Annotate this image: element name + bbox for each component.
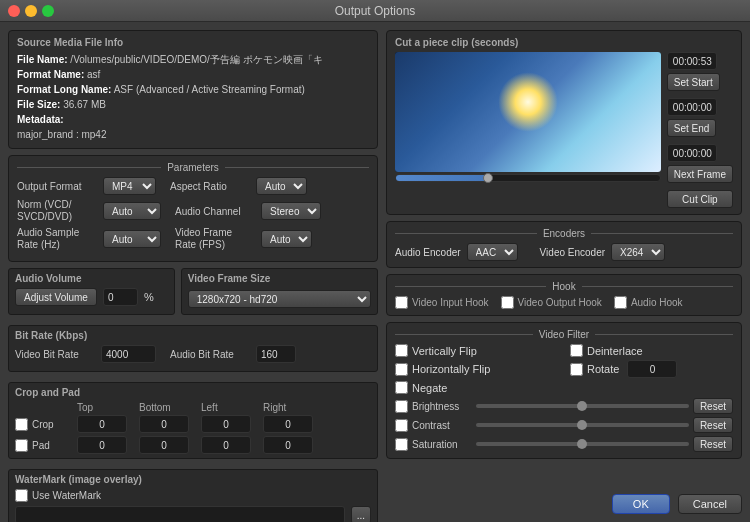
pad-right[interactable] — [263, 436, 313, 454]
saturation-reset-btn[interactable]: Reset — [693, 436, 733, 452]
video-column — [395, 52, 661, 208]
negate-checkbox[interactable] — [395, 381, 408, 394]
audio-encoder-label: Audio Encoder — [395, 247, 461, 258]
titlebar: Output Options — [0, 0, 750, 22]
metadata-value: major_brand : mp42 — [17, 129, 107, 140]
audio-volume-controls: Adjust Volume % — [15, 288, 168, 306]
adjust-volume-btn[interactable]: Adjust Volume — [15, 288, 97, 306]
progress-thumb — [483, 173, 493, 183]
brightness-reset-btn[interactable]: Reset — [693, 398, 733, 414]
crop-top[interactable] — [77, 415, 127, 433]
crop-pad-section: Crop and Pad Top Bottom Left Right Crop — [8, 382, 378, 459]
time-current-input[interactable]: 00:00:00 — [667, 144, 717, 162]
saturation-checkbox[interactable] — [395, 438, 408, 451]
horizontally-flip-checkbox[interactable] — [395, 363, 408, 376]
contrast-row: Contrast Reset — [395, 417, 733, 433]
crop-header-right: Right — [263, 402, 323, 413]
contrast-slider[interactable] — [476, 423, 689, 427]
set-end-row: Set End — [667, 119, 733, 137]
contrast-checkbox[interactable] — [395, 419, 408, 432]
pad-bottom[interactable] — [139, 436, 189, 454]
pad-checkbox-row: Pad — [15, 439, 75, 452]
pad-checkbox[interactable] — [15, 439, 28, 452]
norm-select[interactable]: AutoPALNTSC — [103, 202, 161, 220]
set-end-btn[interactable]: Set End — [667, 119, 717, 137]
video-encoder-label: Video Encoder — [540, 247, 605, 258]
bitrate-title: Bit Rate (Kbps) — [15, 330, 371, 341]
source-section: Source Media File Info File Name: /Volum… — [8, 30, 378, 149]
vertically-flip-checkbox[interactable] — [395, 344, 408, 357]
pad-left[interactable] — [201, 436, 251, 454]
video-bitrate-input[interactable]: 4000 — [101, 345, 156, 363]
negate-label: Negate — [412, 382, 447, 394]
time-current-row: 00:00:00 — [667, 144, 733, 162]
watermark-section: WaterMark (image overlay) Use WaterMark … — [8, 469, 378, 522]
audio-channel-select[interactable]: StereoMono5.1 — [261, 202, 321, 220]
cancel-button[interactable]: Cancel — [678, 494, 742, 514]
cut-clip-btn[interactable]: Cut Clip — [667, 190, 733, 208]
saturation-slider[interactable] — [476, 442, 689, 446]
time-start-input[interactable]: 00:00:53 — [667, 52, 717, 70]
crop-grid-header: Top Bottom Left Right — [15, 402, 371, 413]
brightness-label: Brightness — [412, 401, 472, 412]
volume-size-row: Audio Volume Adjust Volume % Video Frame… — [8, 268, 378, 319]
watermark-title: WaterMark (image overlay) — [15, 474, 371, 485]
brightness-row: Brightness Reset — [395, 398, 733, 414]
audio-hook-checkbox[interactable] — [614, 296, 627, 309]
aspect-ratio-label: Aspect Ratio — [170, 181, 250, 192]
crop-bottom[interactable] — [139, 415, 189, 433]
audio-volume-input[interactable] — [103, 288, 138, 306]
ok-button[interactable]: OK — [612, 494, 670, 514]
preview-title: Cut a piece clip (seconds) — [395, 37, 733, 48]
aspect-ratio-select[interactable]: Auto4:316:9 — [256, 177, 307, 195]
video-input-hook-label: Video Input Hook — [412, 297, 489, 308]
deinterlace-label: Deinterlace — [587, 345, 643, 357]
sun-glow — [498, 72, 558, 132]
audio-channel-label: Audio Channel — [175, 206, 255, 217]
browse-btn[interactable]: ... — [351, 506, 371, 522]
file-name-label: File Name: — [17, 54, 68, 65]
use-watermark-label: Use WaterMark — [32, 490, 101, 501]
video-output-hook-checkbox[interactable] — [501, 296, 514, 309]
pad-top[interactable] — [77, 436, 127, 454]
audio-volume-section: Audio Volume Adjust Volume % — [8, 268, 175, 315]
next-frame-btn[interactable]: Next Frame — [667, 165, 733, 183]
time-controls: 00:00:53 Set Start 00:00:00 Set End 00:0… — [667, 52, 733, 208]
brightness-checkbox[interactable] — [395, 400, 408, 413]
crop-checkbox[interactable] — [15, 418, 28, 431]
pad-label: Pad — [32, 440, 50, 451]
rotate-checkbox[interactable] — [570, 363, 583, 376]
source-info: File Name: /Volumes/public/VIDEO/DEMO/予告… — [17, 52, 369, 142]
watermark-path-input[interactable] — [15, 506, 345, 522]
progress-bar[interactable] — [395, 174, 661, 182]
bitrate-section: Bit Rate (Kbps) Video Bit Rate 4000 Audi… — [8, 325, 378, 372]
crop-left[interactable] — [201, 415, 251, 433]
deinterlace-checkbox[interactable] — [570, 344, 583, 357]
output-format-select[interactable]: MP4AVIMKVMOV — [103, 177, 156, 195]
crop-checkbox-row: Crop — [15, 418, 75, 431]
video-frame-size-select[interactable]: 1280x720 - hd7201920x1080 - hd1080 — [188, 290, 371, 308]
rotate-input[interactable] — [627, 360, 677, 378]
use-watermark-checkbox[interactable] — [15, 489, 28, 502]
audio-bitrate-input[interactable]: 160 — [256, 345, 296, 363]
close-button[interactable] — [8, 5, 20, 17]
brightness-slider[interactable] — [476, 404, 689, 408]
crop-right[interactable] — [263, 415, 313, 433]
contrast-reset-btn[interactable]: Reset — [693, 417, 733, 433]
video-input-hook-checkbox[interactable] — [395, 296, 408, 309]
maximize-button[interactable] — [42, 5, 54, 17]
bottom-buttons: OK Cancel — [386, 490, 742, 514]
format-long-value: ASF (Advanced / Active Streaming Format) — [114, 84, 305, 95]
audio-volume-unit: % — [144, 291, 154, 303]
video-encoder-select[interactable]: X264H265XVID — [611, 243, 665, 261]
watermark-path-row: ... — [15, 506, 371, 522]
time-end-input[interactable]: 00:00:00 — [667, 98, 717, 116]
video-frame-rate-select[interactable]: Auto242530 — [261, 230, 312, 248]
parameters-title: Parameters — [161, 162, 225, 173]
audio-volume-title: Audio Volume — [15, 273, 168, 284]
set-start-btn[interactable]: Set Start — [667, 73, 720, 91]
norm-label: Norm (VCD/SVCD/DVD) — [17, 199, 97, 223]
minimize-button[interactable] — [25, 5, 37, 17]
audio-encoder-select[interactable]: AACMP3AC3 — [467, 243, 518, 261]
audio-sample-select[interactable]: Auto4410048000 — [103, 230, 161, 248]
